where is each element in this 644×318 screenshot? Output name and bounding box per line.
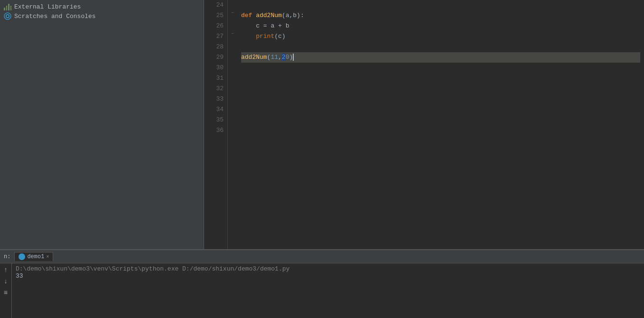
scroll-down-button[interactable]: ↓ (1, 277, 10, 286)
line-num-28: 28 (208, 42, 224, 52)
line-num-35: 35 (208, 115, 224, 125)
line-num-31: 31 (208, 73, 224, 84)
line-num-27: 27 (208, 31, 224, 42)
code-line-30 (241, 63, 640, 73)
console-tab-label: demo1 (27, 253, 44, 260)
external-libraries-label: External Libraries (14, 3, 81, 10)
code-line-36 (241, 125, 640, 136)
menu-button[interactable]: ≡ (1, 288, 10, 298)
code-line-32 (241, 84, 640, 94)
main-area: External Libraries Scratches and Console… (0, 0, 644, 249)
line-num-24: 24 (208, 0, 224, 10)
line-num-34: 34 (208, 104, 224, 115)
code-line-34 (241, 104, 640, 115)
code-line-25: def add2Num(a,b): (241, 10, 640, 21)
code-line-33 (241, 94, 640, 104)
sidebar-item-scratches[interactable]: Scratches and Consoles (0, 11, 204, 21)
console-area: n: demo1 × ↑ ↓ ≡ D:\demo\shixun\demo3\ve… (0, 249, 644, 318)
console-tab-demo1[interactable]: demo1 × (14, 252, 53, 261)
code-lines[interactable]: def add2Num(a,b): c = a + b print(c) add… (237, 0, 644, 249)
line-num-36: 36 (208, 125, 224, 136)
code-container[interactable]: 24 25 26 27 28 29 30 31 32 33 34 35 36 −… (204, 0, 644, 249)
code-line-24 (241, 0, 640, 10)
line-num-29: 29 (208, 52, 224, 63)
line-num-25: 25 (208, 10, 224, 21)
line-num-30: 30 (208, 63, 224, 73)
external-libraries-icon (4, 3, 11, 10)
editor-area: 24 25 26 27 28 29 30 31 32 33 34 35 36 −… (204, 0, 644, 249)
code-line-26: c = a + b (241, 21, 640, 31)
fold-icon-25[interactable]: − (228, 10, 237, 16)
code-line-31 (241, 73, 640, 84)
code-line-29: add2Num(11,20) (241, 52, 640, 63)
tab-icon (19, 253, 25, 260)
line-num-33: 33 (208, 94, 224, 104)
console-tabs: n: demo1 × (0, 250, 644, 263)
scratches-icon (4, 12, 11, 20)
code-line-28 (241, 42, 640, 52)
code-line-27: print(c) (241, 31, 640, 42)
console-output-line-2: 33 (16, 272, 640, 280)
console-tab-prefix: n: (4, 253, 10, 260)
sidebar: External Libraries Scratches and Console… (0, 0, 204, 249)
line-num-26: 26 (208, 21, 224, 31)
fold-icon-27[interactable]: − (228, 31, 237, 37)
console-output-line-1: D:\demo\shixun\demo3\venv\Scripts\python… (16, 265, 640, 272)
scroll-up-button[interactable]: ↑ (1, 265, 10, 275)
code-line-35 (241, 115, 640, 125)
svg-point-2 (7, 15, 9, 17)
console-text-area: D:\demo\shixun\demo3\venv\Scripts\python… (12, 263, 644, 318)
line-num-32: 32 (208, 84, 224, 94)
tab-close-button[interactable]: × (46, 254, 49, 260)
scratches-label: Scratches and Consoles (14, 13, 96, 20)
line-numbers: 24 25 26 27 28 29 30 31 32 33 34 35 36 (204, 0, 228, 249)
console-side-buttons: ↑ ↓ ≡ (0, 263, 12, 318)
sidebar-item-external-libraries[interactable]: External Libraries (0, 2, 204, 11)
console-body: ↑ ↓ ≡ D:\demo\shixun\demo3\venv\Scripts\… (0, 263, 644, 318)
gutter: − − (228, 0, 237, 249)
